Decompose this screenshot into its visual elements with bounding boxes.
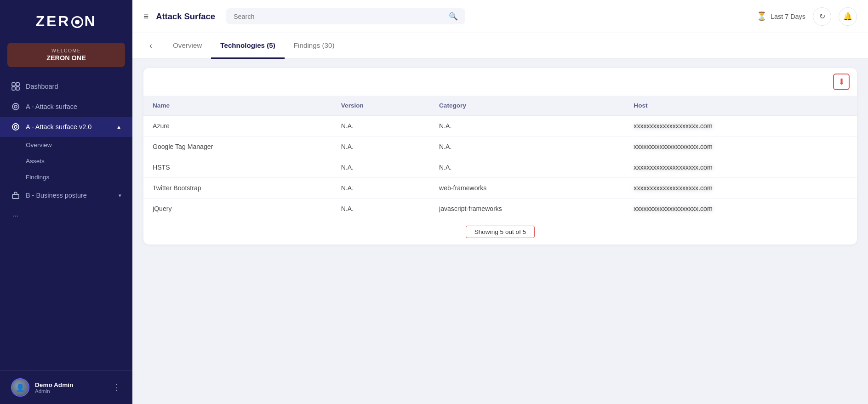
- user-name: ZERON ONE: [15, 54, 118, 62]
- svg-rect-8: [12, 194, 19, 199]
- sidebar-item-attack-surface[interactable]: A - Attack surface: [0, 97, 132, 117]
- search-input[interactable]: [234, 13, 444, 20]
- footer-role: Admin: [35, 388, 107, 394]
- tab-overview[interactable]: Overview: [164, 33, 211, 59]
- sidebar-sub-item-assets-label: Assets: [26, 158, 45, 165]
- cell-name: jQuery: [143, 199, 332, 219]
- table-header-row: Name Version Category Host: [143, 96, 857, 116]
- logo-text: ZER N: [35, 13, 97, 30]
- main-content: ≡ Attack Surface 🔍 ⏳ Last 7 Days ↻ 🔔 ‹ O…: [132, 0, 868, 404]
- tab-technologies[interactable]: Technologies (5): [211, 33, 285, 59]
- attack-surface-v2-icon: [11, 122, 20, 131]
- download-button[interactable]: ⬇: [833, 74, 850, 90]
- cell-name: Azure: [143, 116, 332, 137]
- tabs-bar: ‹ Overview Technologies (5) Findings (30…: [132, 33, 868, 59]
- showing-badge: Showing 5 out of 5: [466, 226, 535, 238]
- cell-host: xxxxxxxxxxxxxxxxxxxx.com: [624, 178, 857, 199]
- col-category: Category: [430, 96, 624, 116]
- showing-text: Showing 5 out of 5: [474, 228, 526, 235]
- search-icon: 🔍: [449, 12, 458, 21]
- sidebar-item-more[interactable]: ···: [0, 205, 132, 226]
- cell-category: N.A.: [430, 157, 624, 178]
- cell-version: N.A.: [332, 157, 430, 178]
- table-row: Google Tag Manager N.A. N.A. xxxxxxxxxxx…: [143, 137, 857, 157]
- svg-rect-0: [12, 83, 15, 86]
- table-container: ⬇ Name Version Category Host Azure N.A. …: [143, 68, 857, 245]
- table-row: jQuery N.A. javascript-frameworks xxxxxx…: [143, 199, 857, 219]
- more-options-button[interactable]: ⋮: [112, 382, 121, 393]
- business-posture-icon: [11, 191, 20, 200]
- refresh-icon: ↻: [819, 12, 825, 21]
- tab-findings[interactable]: Findings (30): [285, 33, 344, 59]
- user-card: WELCOME ZERON ONE: [7, 43, 125, 67]
- sidebar-item-dashboard[interactable]: Dashboard: [0, 76, 132, 97]
- cell-version: N.A.: [332, 116, 430, 137]
- sidebar-footer: 👤 Demo Admin Admin ⋮: [0, 370, 132, 404]
- table-row: Twitter Bootstrap N.A. web-frameworks xx…: [143, 178, 857, 199]
- svg-point-6: [12, 124, 19, 130]
- cell-version: N.A.: [332, 137, 430, 157]
- menu-icon[interactable]: ≡: [143, 11, 148, 22]
- cell-host: xxxxxxxxxxxxxxxxxxxx.com: [624, 199, 857, 219]
- sidebar-sub-item-overview-label: Overview: [26, 142, 52, 148]
- avatar: 👤: [11, 378, 29, 397]
- cell-category: web-frameworks: [430, 178, 624, 199]
- sidebar-item-dashboard-label: Dashboard: [26, 83, 58, 90]
- cell-category: N.A.: [430, 116, 624, 137]
- sidebar-sub-item-overview[interactable]: Overview: [0, 137, 132, 153]
- sidebar-sub-item-findings[interactable]: Findings: [0, 169, 132, 185]
- svg-point-7: [14, 125, 17, 128]
- chevron-up-icon: ▲: [116, 124, 121, 130]
- download-icon: ⬇: [838, 77, 845, 87]
- sidebar: ZER N WELCOME ZERON ONE Dashboard: [0, 0, 132, 404]
- back-button[interactable]: ‹: [143, 39, 158, 53]
- table-footer: Showing 5 out of 5: [143, 219, 857, 245]
- bell-icon: 🔔: [843, 12, 852, 21]
- content-area: ⬇ Name Version Category Host Azure N.A. …: [132, 59, 868, 404]
- col-version: Version: [332, 96, 430, 116]
- svg-point-4: [12, 103, 19, 110]
- search-bar: 🔍: [226, 8, 465, 24]
- cell-version: N.A.: [332, 178, 430, 199]
- table-row: Azure N.A. N.A. xxxxxxxxxxxxxxxxxxxx.com: [143, 116, 857, 137]
- technologies-table: Name Version Category Host Azure N.A. N.…: [143, 96, 857, 219]
- col-host: Host: [624, 96, 857, 116]
- notifications-button[interactable]: 🔔: [839, 7, 857, 26]
- page-title: Attack Surface: [156, 11, 215, 22]
- header: ≡ Attack Surface 🔍 ⏳ Last 7 Days ↻ 🔔: [132, 0, 868, 33]
- table-row: HSTS N.A. N.A. xxxxxxxxxxxxxxxxxxxx.com: [143, 157, 857, 178]
- cell-host: xxxxxxxxxxxxxxxxxxxx.com: [624, 116, 857, 137]
- cell-name: Twitter Bootstrap: [143, 178, 332, 199]
- svg-rect-2: [12, 87, 15, 90]
- time-filter-label: Last 7 Days: [771, 13, 805, 20]
- sidebar-item-attack-surface-v2-label: A - Attack surface v2.0: [26, 123, 91, 131]
- sidebar-item-attack-surface-v2[interactable]: A - Attack surface v2.0 ▲: [0, 117, 132, 137]
- sidebar-item-attack-surface-label: A - Attack surface: [26, 103, 77, 110]
- sidebar-sub-item-assets[interactable]: Assets: [0, 153, 132, 169]
- time-filter-button[interactable]: ⏳ Last 7 Days: [757, 11, 805, 21]
- cell-category: javascript-frameworks: [430, 199, 624, 219]
- dashboard-icon: [11, 82, 20, 91]
- sidebar-item-business-posture[interactable]: B - Business posture ▾: [0, 185, 132, 205]
- logo-area: ZER N: [0, 0, 132, 39]
- footer-name: Demo Admin: [35, 381, 107, 388]
- sidebar-item-business-posture-label: B - Business posture: [26, 192, 87, 199]
- cell-version: N.A.: [332, 199, 430, 219]
- table-toolbar: ⬇: [143, 68, 857, 96]
- cell-host: xxxxxxxxxxxxxxxxxxxx.com: [624, 157, 857, 178]
- cell-host: xxxxxxxxxxxxxxxxxxxx.com: [624, 137, 857, 157]
- svg-point-5: [14, 105, 17, 108]
- refresh-button[interactable]: ↻: [813, 7, 831, 26]
- sidebar-sub-item-findings-label: Findings: [26, 174, 49, 181]
- user-welcome: WELCOME: [15, 48, 118, 53]
- more-icon: ···: [11, 211, 20, 220]
- col-name: Name: [143, 96, 332, 116]
- svg-rect-3: [16, 87, 19, 90]
- nav-list: Dashboard A - Attack surface A - Attack …: [0, 76, 132, 370]
- cell-name: Google Tag Manager: [143, 137, 332, 157]
- attack-surface-icon: [11, 102, 20, 111]
- svg-rect-1: [16, 83, 19, 86]
- footer-info: Demo Admin Admin: [35, 381, 107, 394]
- chevron-down-icon: ▾: [119, 193, 121, 199]
- cell-name: HSTS: [143, 157, 332, 178]
